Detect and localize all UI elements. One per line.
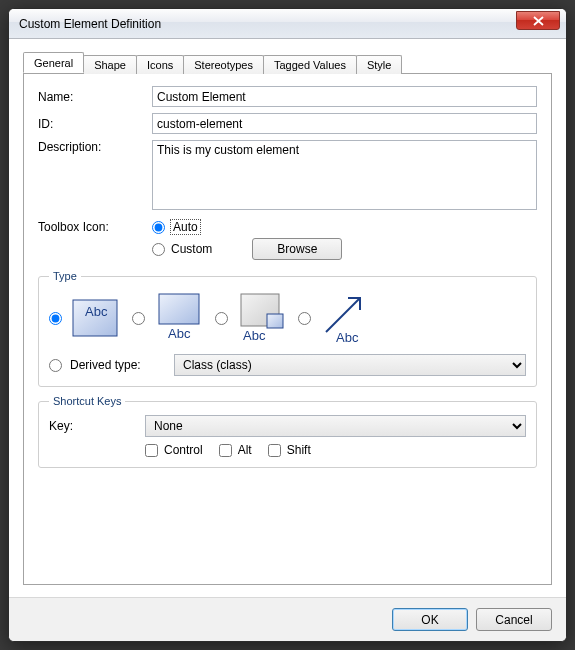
close-button[interactable] [516,11,560,30]
dialog-window: Custom Element Definition General Shape … [8,8,567,642]
type-icon-label-below[interactable]: Abc [151,290,207,346]
type-icon-arrow[interactable]: Abc [317,290,373,346]
alt-checkbox[interactable] [219,444,232,457]
id-label: ID: [38,117,152,131]
toolbox-custom-radio[interactable] [152,243,165,256]
tab-shape[interactable]: Shape [83,55,137,74]
type-legend: Type [49,270,81,282]
derived-type-select[interactable]: Class (class) [174,354,526,376]
tab-general[interactable]: General [23,52,84,73]
type-group: Type Abc [38,270,537,387]
titlebar[interactable]: Custom Element Definition [9,9,566,39]
derived-type-radio[interactable] [49,359,62,372]
svg-line-7 [326,298,360,332]
name-label: Name: [38,90,152,104]
svg-text:Abc: Abc [85,304,108,319]
svg-rect-2 [159,294,199,324]
tab-strip: General Shape Icons Stereotypes Tagged V… [23,51,552,73]
description-field[interactable]: This is my custom element [152,140,537,210]
shift-checkbox[interactable] [268,444,281,457]
type-icon-small-overlay[interactable]: Abc [234,290,290,346]
cancel-button[interactable]: Cancel [476,608,552,631]
type-radio-3[interactable] [215,312,228,325]
svg-text:Abc: Abc [168,326,191,341]
control-checkbox[interactable] [145,444,158,457]
type-icon-class[interactable]: Abc [68,290,124,346]
tab-icons[interactable]: Icons [136,55,184,74]
toolbox-label: Toolbox Icon: [38,220,152,234]
id-field[interactable] [152,113,537,134]
key-select[interactable]: None [145,415,526,437]
shift-label: Shift [287,443,311,457]
toolbox-custom-label: Custom [171,242,212,256]
description-label: Description: [38,140,152,154]
tab-style[interactable]: Style [356,55,402,74]
toolbox-auto-radio[interactable] [152,221,165,234]
toolbox-auto-label: Auto [171,220,200,234]
key-label: Key: [49,419,145,433]
window-title: Custom Element Definition [19,17,516,31]
close-icon [533,16,544,26]
type-radio-1[interactable] [49,312,62,325]
type-radio-4[interactable] [298,312,311,325]
button-bar: OK Cancel [9,597,566,641]
shortcut-group: Shortcut Keys Key: None Control Alt Shif… [38,395,537,468]
svg-rect-5 [267,314,283,328]
ok-button[interactable]: OK [392,608,468,631]
svg-text:Abc: Abc [336,330,359,344]
tab-stereotypes[interactable]: Stereotypes [183,55,264,74]
shortcut-legend: Shortcut Keys [49,395,125,407]
client-area: General Shape Icons Stereotypes Tagged V… [9,39,566,597]
type-radio-2[interactable] [132,312,145,325]
svg-text:Abc: Abc [243,328,266,343]
derived-type-label: Derived type: [70,358,168,372]
tab-tagged-values[interactable]: Tagged Values [263,55,357,74]
name-field[interactable] [152,86,537,107]
control-label: Control [164,443,203,457]
browse-button[interactable]: Browse [252,238,342,260]
alt-label: Alt [238,443,252,457]
tab-page-general: Name: ID: Description: This is my custom… [23,73,552,585]
